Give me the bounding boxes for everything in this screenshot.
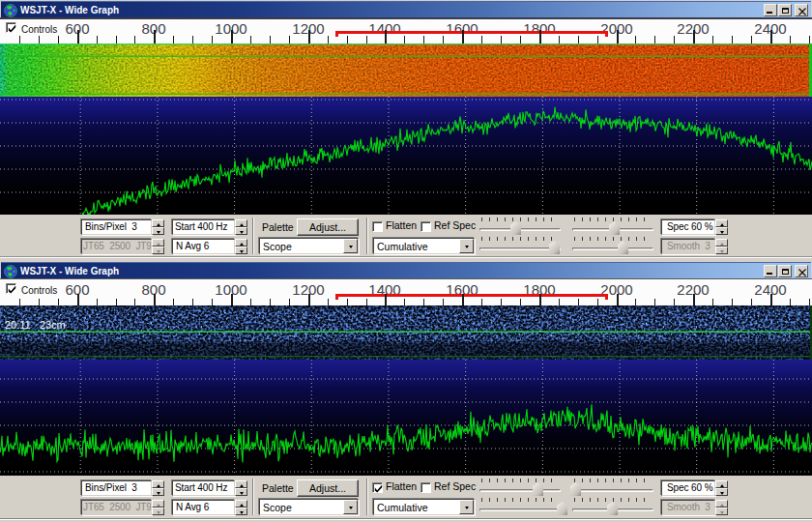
svg-text:20:11 23cm: 20:11 23cm <box>5 319 66 331</box>
